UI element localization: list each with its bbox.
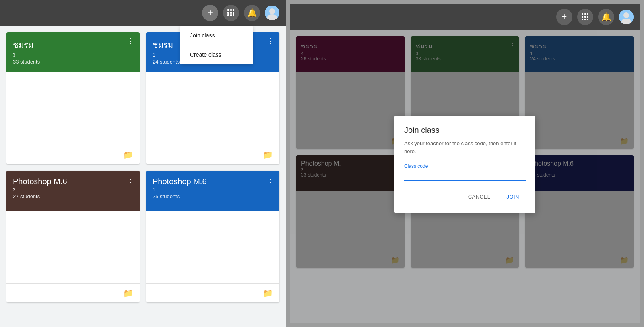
dialog-overlay: Join class Ask your teacher for the clas… — [290, 30, 640, 323]
dialog-actions: CANCEL JOIN — [404, 191, 526, 203]
dropdown-menu: Join class Create class — [180, 26, 253, 64]
folder-icon-3[interactable]: 📁 — [123, 288, 133, 298]
card-header-4: ⋮ Photoshop M.6 1 25 students — [146, 171, 279, 211]
notifications-button[interactable]: 🔔 — [244, 5, 260, 21]
add-button[interactable]: + — [202, 5, 218, 21]
right-notifications-button[interactable]: 🔔 — [598, 9, 614, 25]
right-grid-button[interactable] — [577, 9, 593, 25]
right-topbar: + 🔔 — [290, 4, 640, 30]
folder-icon-4[interactable]: 📁 — [263, 288, 273, 298]
card-title-3: Photoshop M.6 — [13, 177, 133, 186]
card-body-1 — [6, 72, 140, 145]
card-title-4: Photoshop M.6 — [153, 177, 273, 186]
card-footer-2: 📁 — [146, 145, 279, 164]
bell-icon: 🔔 — [247, 8, 257, 18]
card-body-3 — [6, 211, 140, 283]
right-user-avatar-button[interactable] — [619, 10, 634, 24]
card-title-1: ชมรม — [13, 39, 133, 51]
card-menu-button-2[interactable]: ⋮ — [265, 35, 276, 47]
class-card-1[interactable]: ⋮ ชมรม 3 33 students 📁 — [6, 32, 140, 164]
cancel-button[interactable]: CANCEL — [462, 191, 497, 203]
class-card-3[interactable]: ⋮ Photoshop M.6 2 27 students 📁 — [6, 171, 140, 302]
right-grid-icon — [582, 13, 589, 21]
right-add-button[interactable]: + — [556, 9, 572, 25]
join-button[interactable]: JOIN — [500, 191, 526, 203]
card-subtitle-3: 2 — [13, 187, 133, 193]
avatar — [265, 6, 279, 20]
svg-point-4 — [623, 12, 629, 18]
card-menu-button-3[interactable]: ⋮ — [125, 174, 136, 185]
card-menu-button-4[interactable]: ⋮ — [265, 174, 276, 185]
card-header-1: ⋮ ชมรม 3 33 students — [6, 32, 140, 72]
class-card-4[interactable]: ⋮ Photoshop M.6 1 25 students 📁 — [146, 171, 279, 302]
create-class-menu-item[interactable]: Create class — [180, 45, 253, 64]
card-header-3: ⋮ Photoshop M.6 2 27 students — [6, 171, 140, 211]
card-menu-button-1[interactable]: ⋮ — [125, 35, 136, 47]
class-code-input[interactable] — [404, 171, 526, 181]
user-avatar-button[interactable] — [265, 6, 279, 20]
grid-icon — [227, 9, 235, 16]
right-avatar — [619, 10, 634, 24]
join-class-dialog: Join class Ask your teacher for the clas… — [394, 116, 535, 213]
right-panel: + 🔔 — [286, 0, 644, 327]
card-students-1: 33 students — [13, 59, 133, 65]
card-subtitle-1: 3 — [13, 52, 133, 58]
folder-icon-2[interactable]: 📁 — [263, 150, 273, 160]
card-footer-1: 📁 — [6, 145, 140, 164]
folder-icon-1[interactable]: 📁 — [123, 150, 133, 160]
card-students-4: 25 students — [153, 193, 273, 199]
left-panel: + 🔔 Join class Create class — [0, 0, 286, 327]
right-bell-icon: 🔔 — [601, 12, 611, 22]
dialog-title: Join class — [404, 125, 526, 135]
join-class-menu-item[interactable]: Join class — [180, 26, 253, 45]
right-inner: + 🔔 — [290, 4, 640, 323]
card-subtitle-4: 1 — [153, 187, 273, 193]
card-body-4 — [146, 211, 279, 283]
grid-menu-button[interactable] — [223, 5, 239, 21]
left-topbar: + 🔔 — [0, 0, 286, 26]
dialog-description: Ask your teacher for the class code, the… — [404, 140, 526, 155]
class-code-label: Class code — [404, 163, 526, 169]
left-cards-grid: ⋮ ชมรม 3 33 students 📁 ⋮ ชมรม 1 24 stude… — [0, 26, 286, 309]
card-body-2 — [146, 72, 279, 145]
card-students-3: 27 students — [13, 193, 133, 199]
card-footer-4: 📁 — [146, 283, 279, 302]
svg-point-1 — [269, 8, 275, 14]
card-footer-3: 📁 — [6, 283, 140, 302]
